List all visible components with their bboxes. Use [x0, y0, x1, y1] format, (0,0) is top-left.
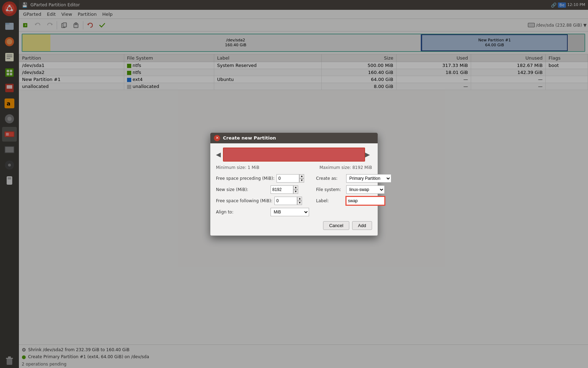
max-size-label: Maximum size: 8192 MiB: [320, 165, 372, 170]
free-space-preceding-input[interactable]: [276, 174, 299, 183]
modal-overlay: ✕ Create new Partition ◀ ▶ Minimum size:…: [0, 0, 588, 368]
label-input[interactable]: [346, 197, 385, 205]
create-as-label: Create as:: [316, 176, 344, 181]
new-size-up[interactable]: ▲: [293, 185, 298, 190]
dialog-body: ◀ ▶ Minimum size: 1 MiB Maximum size: 81…: [210, 143, 378, 236]
min-size-label: Minimum size: 1 MiB: [216, 165, 259, 170]
align-to-row: Align to: MiB Cylinder None: [216, 208, 309, 216]
free-space-following-row: Free space following (MiB): ▲ ▼: [216, 197, 309, 205]
free-space-following-spinner-btns: ▲ ▼: [297, 197, 302, 205]
free-space-following-up[interactable]: ▲: [297, 197, 302, 201]
resize-arrow-right[interactable]: ▶: [365, 151, 372, 158]
file-system-label: File system:: [316, 187, 344, 192]
free-space-following-down[interactable]: ▼: [297, 201, 302, 205]
create-partition-dialog: ✕ Create new Partition ◀ ▶ Minimum size:…: [210, 132, 378, 236]
new-size-down[interactable]: ▼: [293, 190, 298, 194]
resize-visual: ◀ ▶: [216, 148, 372, 162]
dialog-title: Create new Partition: [223, 135, 276, 141]
dialog-footer: Cancel Add: [216, 221, 372, 230]
new-size-label: New size (MiB):: [216, 187, 268, 192]
label-row: Label:: [316, 197, 391, 205]
align-to-select[interactable]: MiB Cylinder None: [271, 208, 309, 216]
dialog-titlebar: ✕ Create new Partition: [210, 133, 378, 143]
file-system-row: File system: ext4 ext3 ntfs fat32 linux-…: [316, 185, 391, 194]
new-size-row: New size (MiB): ▲ ▼: [216, 185, 309, 194]
resize-bar: [223, 148, 365, 162]
new-size-spinner-btns: ▲ ▼: [293, 185, 298, 194]
add-button[interactable]: Add: [352, 221, 372, 230]
resize-bar-fill: [224, 148, 364, 161]
free-space-following-input[interactable]: [274, 197, 297, 205]
create-as-select[interactable]: Primary Partition Logical Partition Exte…: [346, 174, 391, 183]
resize-arrow-left[interactable]: ◀: [216, 151, 223, 158]
dialog-close-btn[interactable]: ✕: [214, 135, 220, 141]
label-label: Label:: [316, 198, 344, 203]
create-as-row: Create as: Primary Partition Logical Par…: [316, 174, 391, 183]
free-space-following-spinner: ▲ ▼: [274, 197, 302, 205]
file-system-select[interactable]: ext4 ext3 ntfs fat32 linux-swap unformat…: [346, 185, 385, 194]
free-space-preceding-row: Free space preceding (MiB): ▲ ▼: [216, 174, 309, 183]
free-space-preceding-label: Free space preceding (MiB):: [216, 176, 274, 181]
new-size-input[interactable]: [271, 185, 293, 194]
new-size-spinner: ▲ ▼: [271, 185, 298, 194]
cancel-button[interactable]: Cancel: [323, 221, 349, 230]
free-space-following-label: Free space following (MiB):: [216, 198, 272, 203]
free-space-preceding-up[interactable]: ▲: [299, 174, 304, 178]
free-space-preceding-down[interactable]: ▼: [299, 178, 304, 183]
free-space-preceding-spinner: ▲ ▼: [276, 174, 304, 183]
size-info: Minimum size: 1 MiB Maximum size: 8192 M…: [216, 165, 372, 170]
align-to-label: Align to:: [216, 210, 268, 214]
free-space-preceding-spinner-btns: ▲ ▼: [299, 174, 304, 183]
